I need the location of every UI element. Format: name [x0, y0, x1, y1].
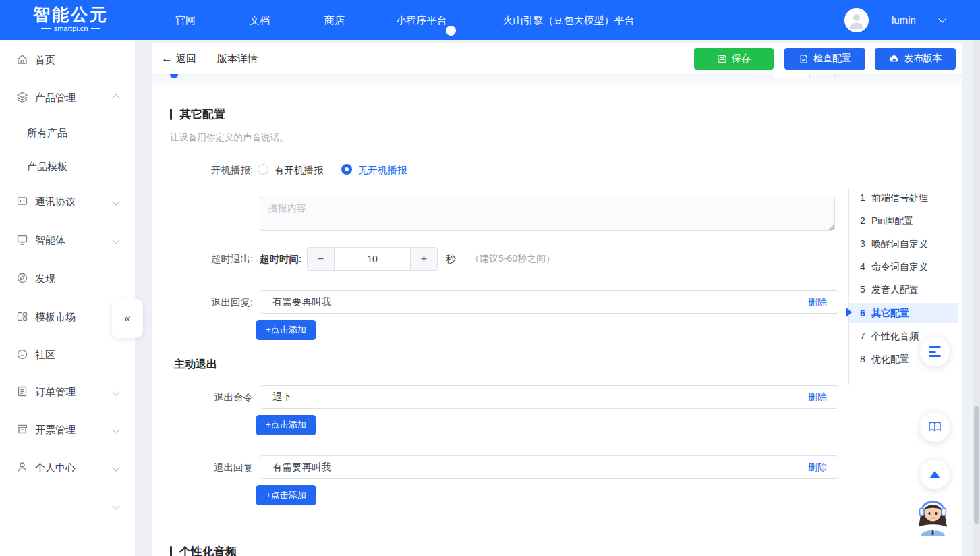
- compass-icon: [16, 272, 28, 284]
- section-title: 其它配置: [179, 107, 225, 122]
- docs-book-fab[interactable]: [920, 412, 950, 442]
- anchor-label: Pin脚配置: [871, 211, 913, 231]
- sidebar-item-invoice-management[interactable]: 开票管理: [0, 422, 135, 438]
- page-title: 版本详情: [217, 53, 258, 65]
- page-scrollbar-thumb[interactable]: [974, 406, 979, 524]
- sidebar-item-order-management[interactable]: 订单管理: [0, 384, 135, 400]
- chevron-down-icon[interactable]: [112, 388, 119, 395]
- active-exit-title: 主动退出: [174, 358, 217, 372]
- chevron-up-icon[interactable]: [112, 94, 119, 101]
- anchor-item-other-config-active[interactable]: 6 其它配置: [849, 303, 958, 323]
- active-exit-reply-delete-link[interactable]: 删除: [808, 462, 827, 474]
- brand-logo[interactable]: 智能公元 smartpi.cn: [27, 5, 115, 33]
- sidebar-item-community[interactable]: 社区: [0, 347, 135, 363]
- sidebar-label: 产品管理: [35, 90, 76, 106]
- section-heading: 其它配置: [170, 107, 225, 122]
- sidebar-item-communication-protocol[interactable]: 通讯协议: [0, 194, 135, 210]
- section-bar: [170, 109, 172, 120]
- exit-reply-delete-link[interactable]: 删除: [808, 296, 827, 308]
- sidebar-item-home[interactable]: 首页: [0, 52, 135, 68]
- username-label[interactable]: lumin: [892, 0, 916, 40]
- nav-link-docs[interactable]: 文档: [250, 0, 270, 40]
- boot-broadcast-label: 开机播报:: [152, 164, 253, 177]
- list-lines-icon: [929, 346, 941, 357]
- anchor-item-wakeword[interactable]: 3 唤醒词自定义: [849, 233, 958, 254]
- anchor-item-frontend-signal[interactable]: 1 前端信号处理: [849, 188, 958, 208]
- assistant-mascot[interactable]: [911, 495, 954, 538]
- active-exit-reply-input[interactable]: [260, 456, 793, 478]
- radio-no-boot-broadcast-label[interactable]: 无开机播报: [358, 164, 407, 177]
- nav-link-miniprogram[interactable]: 小程序平台: [397, 0, 447, 40]
- section-bar: [170, 546, 172, 556]
- exit-command-add-button[interactable]: +点击添加: [256, 415, 316, 435]
- anchor-item-speaker-config[interactable]: 5 发音人配置: [849, 279, 958, 300]
- sidebar-item-product-management[interactable]: 产品管理: [0, 90, 135, 106]
- home-icon: [16, 53, 28, 65]
- open-book-icon: [928, 421, 942, 433]
- anchor-label: 个性化音频: [871, 326, 919, 346]
- sidebar-item-extra[interactable]: [0, 498, 135, 514]
- chevron-down-icon[interactable]: [112, 426, 119, 433]
- timeout-stepper: − 10 +: [307, 247, 438, 271]
- back-arrow-icon[interactable]: ←: [161, 52, 173, 65]
- check-config-button[interactable]: 检查配置: [784, 48, 865, 70]
- exit-reply-add-button[interactable]: +点击添加: [256, 320, 316, 340]
- chevron-down-icon[interactable]: [112, 236, 119, 244]
- textarea-resize-handle[interactable]: [829, 225, 834, 230]
- anchor-menu-fab[interactable]: [920, 337, 950, 366]
- stepper-value[interactable]: 10: [335, 248, 410, 270]
- back-button[interactable]: 返回: [176, 53, 196, 65]
- next-section-heading: 个性化音频: [170, 544, 237, 556]
- chevron-down-icon[interactable]: [112, 464, 119, 471]
- brand-domain: smartpi.cn: [54, 24, 88, 33]
- active-exit-reply-add-button[interactable]: +点击添加: [256, 485, 316, 505]
- anchor-item-command-words[interactable]: 4 命令词自定义: [849, 256, 958, 277]
- stepper-plus-button[interactable]: +: [410, 248, 437, 270]
- sidebar-item-all-products[interactable]: 所有产品: [0, 125, 135, 141]
- chevron-down-icon[interactable]: [112, 198, 119, 205]
- nav-link-official-site[interactable]: 官网: [175, 0, 196, 40]
- sidebar-item-discover[interactable]: 发现: [0, 271, 135, 287]
- user-menu-chevron-down-icon[interactable]: [938, 15, 946, 22]
- sidebar-item-agent[interactable]: 智能体: [0, 232, 135, 248]
- anchor-label: 前端信号处理: [871, 188, 928, 208]
- publish-version-button[interactable]: 发布版本: [875, 48, 956, 70]
- active-exit-reply-input-box: 删除: [260, 455, 838, 479]
- radio-has-boot-broadcast[interactable]: [258, 164, 268, 175]
- publish-version-label: 发布版本: [904, 53, 942, 65]
- exit-reply-input[interactable]: [260, 291, 793, 313]
- back-to-top-fab[interactable]: [920, 460, 950, 489]
- sidebar-item-personal-center[interactable]: 个人中心: [0, 460, 135, 476]
- invoice-box-icon: [16, 423, 28, 435]
- brand-domain-row: smartpi.cn: [27, 24, 115, 33]
- sidebar-collapse-button[interactable]: «: [112, 299, 143, 338]
- nav-link-store[interactable]: 商店: [324, 0, 345, 40]
- anchor-active-marker-icon: [846, 308, 852, 317]
- order-document-icon: [16, 385, 28, 397]
- nav-link-volcano-platform[interactable]: 火山引擎（豆包大模型）平台: [503, 0, 635, 40]
- check-config-label: 检查配置: [813, 53, 851, 65]
- anchor-num: 7: [860, 326, 865, 346]
- user-avatar[interactable]: [844, 8, 869, 32]
- timeout-hint: （建议5-60秒之间）: [470, 253, 555, 265]
- broadcast-content-textarea[interactable]: [260, 196, 835, 231]
- timeout-unit: 秒: [446, 253, 456, 266]
- radio-has-boot-broadcast-label[interactable]: 有开机播报: [275, 164, 324, 177]
- anchor-num: 6: [860, 303, 865, 323]
- anchor-item-pin-config[interactable]: 2 Pin脚配置: [849, 211, 958, 231]
- anchor-label: 唤醒词自定义: [871, 233, 928, 254]
- chevron-down-icon[interactable]: [112, 502, 119, 509]
- stepper-minus-button[interactable]: −: [308, 248, 335, 270]
- sidebar-item-product-templates[interactable]: 产品模板: [0, 159, 135, 175]
- exit-command-delete-link[interactable]: 删除: [808, 391, 827, 404]
- sidebar-label: 开票管理: [35, 422, 76, 438]
- anchor-label: 命令词自定义: [871, 256, 928, 277]
- header-shadow: [152, 74, 962, 88]
- radio-no-boot-broadcast[interactable]: [341, 164, 352, 175]
- layers-icon: [16, 91, 28, 103]
- cloud-upload-icon: [889, 53, 900, 64]
- save-button[interactable]: 保存: [694, 48, 774, 70]
- exit-command-input[interactable]: [260, 386, 793, 408]
- logo-dash-left: [41, 28, 51, 29]
- anchor-num: 5: [860, 279, 865, 300]
